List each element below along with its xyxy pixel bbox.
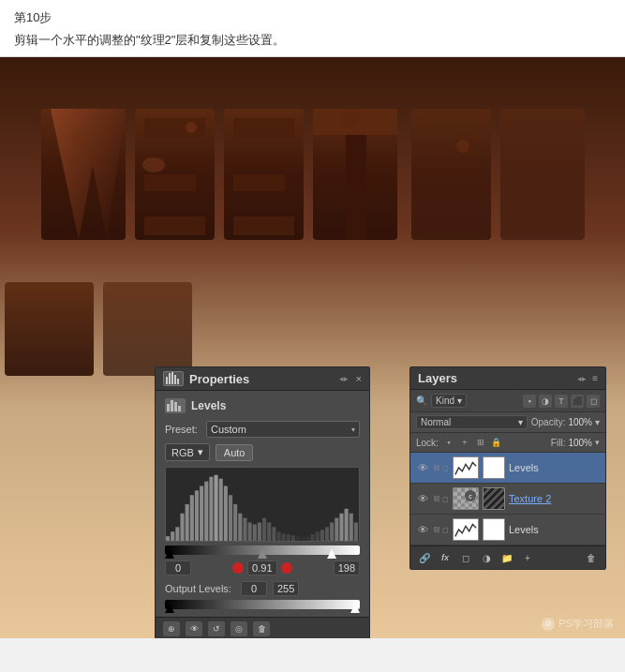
preset-row: Preset: Custom ▾ [165,421,360,438]
output-black-slider[interactable] [165,604,174,613]
preset-arrow-icon: ▾ [351,426,355,434]
watermark-text: PS学习部落 [558,617,614,631]
midpoint-slider[interactable] [258,549,267,559]
svg-rect-36 [229,495,232,541]
top-section: 第10步 剪辑一个水平的调整的"纹理2"层和复制这些设置。 [0,0,625,57]
svg-rect-63 [454,457,478,478]
svg-point-17 [341,109,360,127]
layer-eye-icon[interactable]: 👁 [416,523,429,536]
properties-bottom-toolbar: ⊕ 👁 ↺ ◎ 🗑 [156,617,369,638]
new-group-button[interactable]: 📁 [499,550,515,565]
layer-thumbnail [453,518,479,541]
chocolate-text-row1 [0,71,625,296]
svg-rect-44 [267,523,271,542]
shape-filter-icon[interactable]: ⬛ [571,395,584,408]
add-fx-button[interactable]: fx [437,550,454,565]
blend-mode-select[interactable]: Normal ▾ [416,415,528,429]
layer-thumbnail [453,456,479,479]
delete-adjustment-button[interactable]: 🗑 [253,621,270,636]
svg-rect-57 [330,523,334,542]
add-adjustment-button[interactable]: ◑ [478,550,495,565]
layer-row[interactable]: 👁 ⛓ ◻ c Texture 2 [410,484,605,515]
channel-row: RGB ▾ Auto [165,443,360,461]
output-white-slider[interactable] [350,604,360,613]
layer-eye-icon[interactable]: 👁 [416,492,429,505]
layer-clip-icon: ◻ [442,464,449,472]
input-mid-value[interactable]: 0.91 [247,560,276,575]
step-description: 剪辑一个水平的调整的"纹理2"层和复制这些设置。 [14,32,611,49]
black-point-slider[interactable] [165,549,174,559]
input-min-value[interactable]: 0 [165,560,191,575]
svg-rect-23 [166,536,170,541]
opacity-value[interactable]: 100% [568,417,592,427]
type-filter-icon[interactable]: T [555,395,568,408]
svg-rect-42 [258,523,261,542]
svg-point-19 [142,157,165,172]
input-max-value[interactable]: 198 [334,560,360,575]
link-layers-button[interactable]: 🔗 [416,550,433,565]
lock-position-icon[interactable]: + [458,436,471,449]
watermark: ✿ PS学习部落 [542,617,614,631]
output-min-value[interactable]: 0 [241,581,267,596]
delete-layer-button[interactable]: 🗑 [583,550,600,565]
svg-rect-37 [233,504,237,541]
reset-button[interactable]: ↺ [208,621,225,636]
svg-rect-45 [272,527,275,541]
new-layer-button[interactable]: + [519,550,536,565]
lock-artboard-icon[interactable]: ⊞ [474,436,487,449]
layer-row[interactable]: 👁 ⛓ ◻ Levels [410,453,605,484]
add-mask-button[interactable]: ◻ [457,550,474,565]
layer-name: Levels [509,462,600,473]
layer-eye-icon[interactable]: 👁 [416,461,429,474]
lock-pixels-icon[interactable]: ▪ [442,436,455,449]
properties-title: Properties [189,372,249,386]
input-gradient-track[interactable] [165,545,360,555]
layers-menu-button[interactable]: ≡ [592,373,598,383]
lock-icons-group: ▪ + ⊞ 🔒 [442,436,503,449]
channel-arrow-icon: ▾ [198,446,203,458]
properties-panel: Properties ◂▸ × Levels Preset: [155,366,370,638]
svg-rect-48 [287,534,290,541]
svg-rect-12 [346,135,366,240]
fill-value[interactable]: 100% [568,438,592,448]
adjustment-filter-icon[interactable]: ◑ [539,395,552,408]
properties-close-button[interactable]: × [356,373,362,384]
output-max-value[interactable]: 255 [273,581,299,596]
channel-select[interactable]: RGB ▾ [165,443,210,461]
output-gradient-track[interactable] [165,600,360,609]
auto-button[interactable]: Auto [216,444,254,461]
properties-panel-header: Properties ◂▸ × [156,367,369,391]
smart-filter-icon[interactable]: ◻ [587,395,600,408]
visibility-button[interactable]: ◎ [231,621,247,636]
layer-name: Levels [509,524,600,535]
white-point-slider[interactable] [327,549,336,559]
output-row: Output Levels: 0 255 [165,581,360,596]
lock-all-icon[interactable]: 🔒 [490,436,503,449]
kind-filter-select[interactable]: Kind ▾ [431,394,467,408]
levels-histogram-icon [165,398,186,413]
layers-search-icon: 🔍 [416,396,427,406]
levels-thumb-svg-2 [454,518,478,541]
layer-link-icons: ⛓ ◻ [433,464,449,472]
levels-icon [163,371,184,386]
blend-mode-row: Normal ▾ Opacity: 100% ▾ [410,412,605,433]
mid-value-group: 0.91 [232,560,291,575]
layers-search-row: 🔍 Kind ▾ ▪ ◑ T ⬛ ◻ [410,390,605,412]
svg-rect-58 [335,518,338,541]
pixel-filter-icon[interactable]: ▪ [523,395,536,408]
clip-to-layer-button[interactable]: ⊕ [163,621,180,636]
fill-row: Fill: 100% ▾ [551,438,600,448]
kind-arrow-icon: ▾ [457,396,462,406]
preset-select[interactable]: Custom ▾ [206,421,360,438]
svg-rect-32 [209,477,213,541]
eye-button[interactable]: 👁 [186,621,202,636]
svg-point-16 [186,122,197,133]
layer-chain-left-icon: ⛓ [433,495,440,503]
watermark-icon: ✿ [542,618,555,631]
svg-rect-59 [339,514,343,541]
layer-filter-icons: ▪ ◑ T ⬛ ◻ [523,395,600,408]
histogram [165,467,360,542]
svg-rect-33 [215,475,218,541]
svg-rect-46 [276,531,280,541]
layer-row[interactable]: 👁 ⛓ ◻ Levels [410,515,605,545]
